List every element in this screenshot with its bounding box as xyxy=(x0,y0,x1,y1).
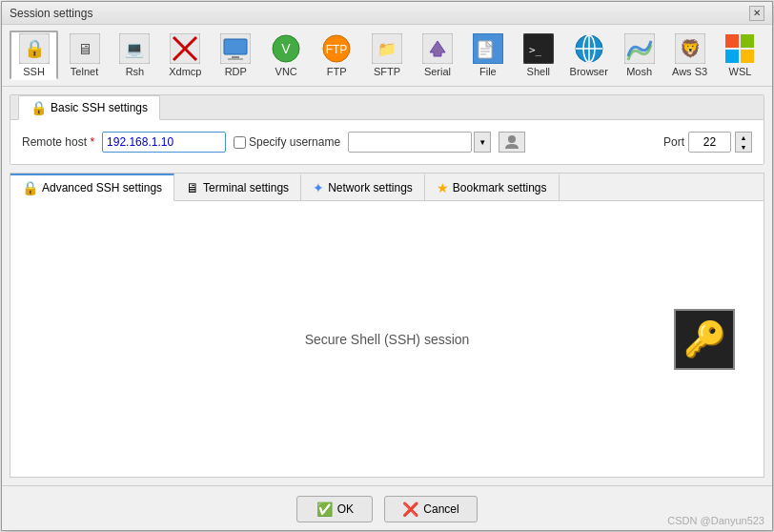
mosh-icon xyxy=(624,33,655,64)
basic-tab-label: Basic SSH settings xyxy=(51,101,148,114)
user-manager-button[interactable] xyxy=(499,132,525,153)
serial-label: Serial xyxy=(424,66,451,77)
xdmcp-icon xyxy=(170,33,200,64)
shell-icon: >_ xyxy=(523,33,554,64)
username-input[interactable] xyxy=(348,132,472,153)
advanced-content: Secure Shell (SSH) session 🔑 xyxy=(10,201,764,477)
port-increment-btn[interactable]: ▲ xyxy=(736,133,751,142)
tab-network[interactable]: ✦ Network settings xyxy=(301,174,425,200)
vnc-icon: V xyxy=(271,33,301,64)
dialog-title: Session settings xyxy=(10,7,92,20)
browser-label: Browser xyxy=(570,66,608,77)
protocol-ftp[interactable]: FTP FTP xyxy=(313,31,361,80)
mosh-label: Mosh xyxy=(626,66,652,77)
cancel-label: Cancel xyxy=(423,502,458,516)
svg-rect-35 xyxy=(741,34,754,48)
terminal-settings-icon: 🖥 xyxy=(186,180,199,195)
close-button[interactable]: ✕ xyxy=(749,6,764,21)
protocol-serial[interactable]: Serial xyxy=(414,31,462,80)
protocol-vnc[interactable]: V VNC xyxy=(262,31,311,80)
basic-settings-content: Remote host * Specify username ▼ xyxy=(10,119,764,164)
protocol-telnet[interactable]: 🖥 Telnet xyxy=(60,31,109,80)
specify-username-label: Specify username xyxy=(249,135,340,149)
svg-rect-12 xyxy=(228,58,243,60)
port-spinner: ▲ ▼ xyxy=(735,132,752,153)
cancel-button[interactable]: ❌ Cancel xyxy=(384,496,477,522)
sub-tabs-bar: 🔒 Advanced SSH settings 🖥 Terminal setti… xyxy=(10,174,764,201)
rsh-label: Rsh xyxy=(126,66,145,77)
key-icon: 🔑 xyxy=(683,319,726,359)
svg-text:🖥: 🖥 xyxy=(77,41,92,57)
network-settings-icon: ✦ xyxy=(313,180,324,195)
vnc-label: VNC xyxy=(275,66,297,77)
network-settings-label: Network settings xyxy=(328,181,413,194)
telnet-icon: 🖥 xyxy=(70,33,100,64)
protocol-rsh[interactable]: 💻 Rsh xyxy=(111,31,159,80)
ssh-key-image: 🔑 xyxy=(674,309,735,370)
specify-username-checkbox-label[interactable]: Specify username xyxy=(234,135,340,149)
protocol-sftp[interactable]: 📁 SFTP xyxy=(363,31,412,80)
bookmark-settings-label: Bookmark settings xyxy=(453,181,547,194)
file-label: File xyxy=(479,66,497,77)
ok-label: OK xyxy=(337,502,354,516)
protocol-ssh[interactable]: 🔒 SSH xyxy=(10,31,58,80)
serial-icon xyxy=(422,33,453,64)
browser-icon xyxy=(574,33,604,64)
remote-host-input[interactable] xyxy=(102,132,226,153)
content-area: 🔒 Basic SSH settings Remote host * Speci… xyxy=(2,87,772,485)
svg-rect-37 xyxy=(741,50,754,63)
basic-settings-row: Remote host * Specify username ▼ xyxy=(22,128,752,156)
wsl-label: WSL xyxy=(729,66,752,77)
protocol-xdmcp[interactable]: Xdmcp xyxy=(161,31,210,80)
watermark: CSDN @Danyun523 xyxy=(667,515,764,526)
svg-text:🔒: 🔒 xyxy=(24,38,46,59)
protocol-shell[interactable]: >_ Shell xyxy=(514,31,562,80)
ok-icon: ✅ xyxy=(316,501,333,517)
ssh-label: SSH xyxy=(23,66,45,77)
port-section: Port ▲ ▼ xyxy=(663,132,752,153)
protocol-browser[interactable]: Browser xyxy=(564,31,613,80)
sftp-icon: 📁 xyxy=(372,33,402,64)
username-combo: ▼ xyxy=(348,132,491,153)
port-decrement-btn[interactable]: ▼ xyxy=(736,142,751,152)
basic-settings-tab[interactable]: 🔒 Basic SSH settings xyxy=(18,95,160,120)
svg-point-38 xyxy=(508,135,516,143)
svg-text:V: V xyxy=(282,41,292,56)
cancel-icon: ❌ xyxy=(402,501,418,517)
rdp-label: RDP xyxy=(225,66,247,77)
protocol-wsl[interactable]: WSL xyxy=(716,31,764,80)
wsl-icon xyxy=(724,33,755,64)
tab-terminal[interactable]: 🖥 Terminal settings xyxy=(174,174,301,200)
svg-text:>_: >_ xyxy=(529,44,542,56)
bookmark-settings-icon: ★ xyxy=(437,180,449,195)
svg-text:📁: 📁 xyxy=(377,40,397,58)
advanced-panel: 🔒 Advanced SSH settings 🖥 Terminal setti… xyxy=(10,173,764,478)
protocol-rdp[interactable]: RDP xyxy=(212,31,260,80)
protocol-mosh[interactable]: Mosh xyxy=(615,31,663,80)
username-dropdown-btn[interactable]: ▼ xyxy=(474,132,491,153)
svg-rect-21 xyxy=(479,41,492,58)
basic-tab-icon: 🔒 xyxy=(31,100,47,115)
sftp-label: SFTP xyxy=(374,66,400,77)
file-icon xyxy=(473,33,503,64)
terminal-settings-label: Terminal settings xyxy=(203,181,289,194)
port-input[interactable] xyxy=(688,132,731,153)
svg-text:🦁: 🦁 xyxy=(680,38,702,59)
ssh-description: Secure Shell (SSH) session xyxy=(305,332,470,347)
specify-username-checkbox[interactable] xyxy=(234,136,246,149)
port-label: Port xyxy=(663,135,684,149)
ftp-label: FTP xyxy=(327,66,347,77)
tab-advanced-ssh[interactable]: 🔒 Advanced SSH settings xyxy=(10,174,174,201)
xdmcp-label: Xdmcp xyxy=(169,66,201,77)
protocol-file[interactable]: File xyxy=(463,31,512,80)
rdp-icon xyxy=(220,33,251,64)
ok-button[interactable]: ✅ OK xyxy=(296,496,373,522)
shell-label: Shell xyxy=(527,66,550,77)
advanced-ssh-label: Advanced SSH settings xyxy=(42,181,162,194)
remote-host-label: Remote host * xyxy=(22,135,94,149)
tab-bookmark[interactable]: ★ Bookmark settings xyxy=(425,174,560,200)
protocol-awss3[interactable]: 🦁 Aws S3 xyxy=(665,31,714,80)
svg-text:FTP: FTP xyxy=(326,43,348,56)
awss3-label: Aws S3 xyxy=(672,66,707,77)
required-marker: * xyxy=(90,135,94,149)
